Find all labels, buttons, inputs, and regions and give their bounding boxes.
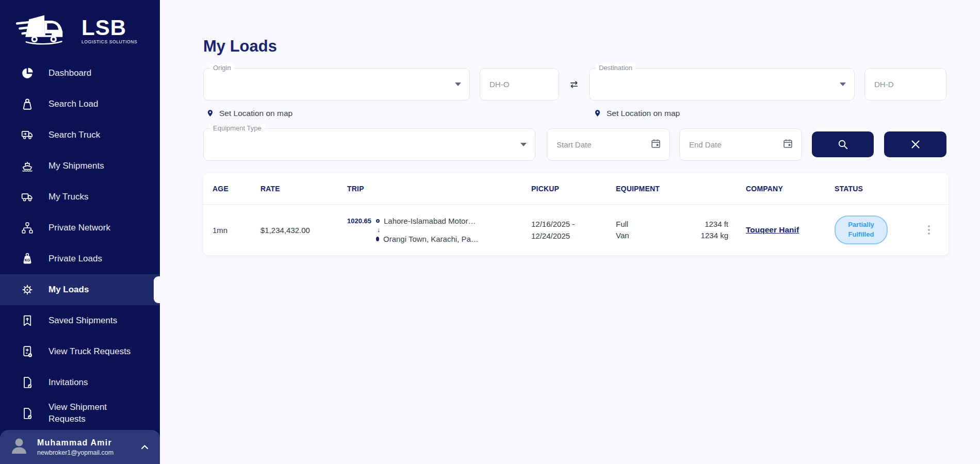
dh-origin-input[interactable] [488, 79, 550, 89]
start-date-input[interactable] [556, 140, 650, 150]
status-cell: Partially Fulfilled [835, 216, 920, 244]
sidebar-item-label: Search Truck [48, 130, 100, 140]
origin-input[interactable] [212, 79, 451, 89]
avatar [8, 435, 30, 459]
dh-destination-field[interactable] [864, 68, 946, 101]
load-length: 1234 ft [701, 219, 728, 230]
page-title: My Loads [203, 37, 949, 56]
sidebar-item-view-shipment-requests[interactable]: View Shipment Requests [0, 398, 160, 429]
search-button[interactable] [812, 131, 874, 157]
chevron-up-icon[interactable] [141, 444, 149, 450]
sidebar-item-my-shipments[interactable]: My Shipments [0, 151, 160, 181]
swap-locations-button[interactable] [569, 68, 579, 101]
sidebar-item-label: My Trucks [48, 192, 88, 202]
arrow-down-icon: ↓ [377, 227, 479, 234]
sidebar-item-label: Private Loads [48, 254, 102, 264]
origin-combobox[interactable]: Origin [203, 68, 470, 101]
ship-icon [21, 159, 34, 173]
status-badge: Partially Fulfilled [835, 216, 888, 244]
age-cell: 1mn [213, 226, 260, 235]
column-header-age: AGE [213, 185, 260, 193]
column-header-rate: RATE [260, 185, 347, 193]
destination-marker-icon [376, 237, 379, 241]
brand-tagline: LOGISTICS SOLUTIONS [81, 39, 137, 44]
brand-logo: LSB LOGISTICS SOLUTIONS [0, 0, 160, 52]
swap-arrows-icon [569, 78, 579, 91]
sidebar-item-label: My Loads [48, 285, 89, 295]
company-cell: Touqeer Hanif [746, 225, 835, 235]
trip-timeline: Lahore-Islamabad Motor… ↓ Orangi Town, K… [376, 216, 479, 245]
main-content: My Loads Origin Destination [160, 0, 980, 464]
set-location-label: Set Location on map [219, 109, 292, 118]
rate-cell: $1,234,432.00 [260, 226, 347, 235]
end-date-field[interactable] [679, 128, 802, 161]
sidebar-item-label: Saved Shipments [48, 316, 117, 326]
sidebar-item-search-load[interactable]: Search Load [0, 89, 160, 120]
truck-icon [21, 190, 34, 204]
sidebar-item-dashboard[interactable]: Dashboard [0, 58, 160, 89]
company-link[interactable]: Touqeer Hanif [746, 225, 799, 234]
sidebar-item-view-truck-requests[interactable]: View Truck Requests [0, 336, 160, 367]
sidebar-item-my-trucks[interactable]: My Trucks [0, 181, 160, 212]
equipment-type-input[interactable] [212, 140, 516, 150]
start-date-field[interactable] [547, 128, 670, 161]
user-footer[interactable]: Muhammad Amir newbroker1@yopmail.com [0, 430, 160, 464]
document-check-icon [21, 376, 34, 389]
clear-filters-button[interactable] [884, 131, 946, 157]
destination-label: Destination [596, 64, 635, 73]
destination-input[interactable] [598, 79, 836, 89]
chevron-down-icon[interactable] [455, 82, 461, 89]
column-header-company: COMPANY [746, 185, 835, 193]
document-plus-icon [21, 345, 34, 358]
calendar-icon[interactable] [650, 138, 661, 151]
row-actions-menu-button[interactable] [924, 223, 934, 237]
sidebar-item-private-loads[interactable]: KG Private Loads [0, 243, 160, 274]
sidebar-item-label: Invitations [48, 377, 88, 388]
filters-panel: Origin Destination Set Loc [203, 68, 949, 161]
sidebar-item-label: Search Load [48, 99, 98, 109]
set-location-label: Set Location on map [607, 109, 680, 118]
load-weight: 1234 kg [701, 230, 728, 242]
origin-label: Origin [210, 64, 234, 73]
sidebar-item-label: Private Network [48, 223, 110, 233]
bookmark-up-icon [21, 314, 34, 327]
pickup-date-to: 12/24/2025 [531, 230, 616, 242]
calendar-icon[interactable] [782, 138, 793, 151]
sidebar-item-label: My Shipments [48, 161, 104, 171]
end-date-input[interactable] [688, 140, 782, 150]
sidebar-item-my-loads[interactable]: My Loads [0, 274, 160, 305]
sidebar-item-saved-shipments[interactable]: Saved Shipments [0, 305, 160, 336]
filter-row-locations: Origin Destination [203, 68, 949, 101]
trip-origin: Lahore-Islamabad Motor… [384, 216, 476, 227]
sidebar-item-label: View Truck Requests [48, 346, 130, 357]
set-location-row: Set Location on map Set Location on map [203, 108, 949, 120]
active-item-notch [154, 276, 160, 303]
load-bag-icon [21, 97, 34, 111]
network-icon [21, 221, 34, 235]
load-type: Full [616, 219, 629, 230]
location-pin-icon [206, 108, 214, 118]
close-icon [910, 139, 921, 150]
chevron-down-icon[interactable] [840, 82, 846, 89]
pickup-cell: 12/16/2025 - 12/24/2025 [531, 218, 616, 242]
destination-combobox[interactable]: Destination [589, 68, 855, 101]
svg-text:KG: KG [25, 258, 30, 262]
sidebar: LSB LOGISTICS SOLUTIONS Dashboard Search… [0, 0, 160, 464]
sidebar-item-private-network[interactable]: Private Network [0, 212, 160, 243]
sidebar-item-invitations[interactable]: Invitations [0, 367, 160, 398]
chevron-down-icon[interactable] [520, 143, 527, 150]
set-destination-location-link[interactable]: Set Location on map [594, 108, 680, 118]
truck-search-icon [21, 128, 34, 142]
weight-kg-icon: KG [21, 252, 34, 266]
trip-destination: Orangi Town, Karachi, Pa… [383, 234, 479, 245]
trip-cell: 1020.65 Lahore-Islamabad Motor… ↓ Orangi… [347, 216, 531, 245]
equipment-type: Van [616, 230, 629, 242]
dh-origin-field[interactable] [480, 68, 559, 101]
dh-destination-input[interactable] [873, 79, 938, 89]
equipment-type-combobox[interactable]: Equipment Type [203, 128, 535, 161]
set-origin-location-link[interactable]: Set Location on map [206, 108, 292, 118]
sidebar-item-label: Dashboard [48, 68, 91, 78]
trip-distance: 1020.65 [347, 217, 371, 225]
table-row: 1mn $1,234,432.00 1020.65 Lahore-Islamab… [203, 205, 949, 255]
sidebar-item-search-truck[interactable]: Search Truck [0, 120, 160, 151]
